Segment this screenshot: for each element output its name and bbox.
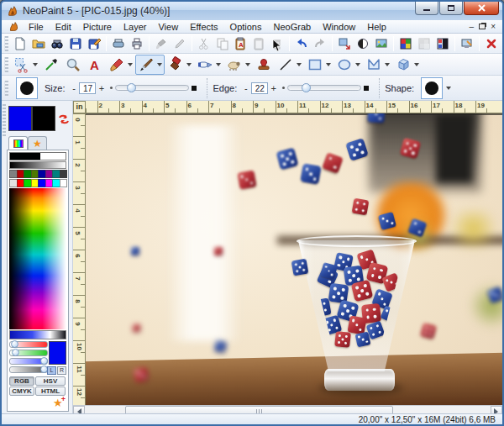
color-picker-tool[interactable]: [40, 55, 62, 75]
minimize-button[interactable]: [415, 2, 438, 15]
format-rgb-button[interactable]: RGB: [9, 376, 34, 386]
brightness-contrast-icon[interactable]: [354, 34, 372, 53]
tab-custom-colors[interactable]: ★: [28, 136, 47, 150]
fill-tube-tool[interactable]: [194, 55, 223, 75]
menu-window[interactable]: Window: [317, 21, 361, 33]
red-slider[interactable]: [9, 341, 48, 348]
size-slider[interactable]: [115, 85, 189, 91]
paint-brush-disabled-icon[interactable]: [152, 34, 171, 53]
palette-swatch[interactable]: [60, 179, 68, 187]
tab-palette[interactable]: [8, 136, 28, 150]
print-icon[interactable]: [128, 34, 146, 53]
red-slider-thumb[interactable]: [11, 340, 18, 348]
convert-24bit-disabled-icon[interactable]: [415, 34, 433, 53]
edge-increase-button[interactable]: +: [270, 83, 277, 93]
convert-8bit-icon[interactable]: [396, 34, 415, 53]
menu-layer[interactable]: Layer: [118, 21, 153, 33]
toolbar-grip[interactable]: [4, 36, 8, 51]
undo-icon[interactable]: [292, 34, 311, 53]
menu-options[interactable]: Options: [224, 21, 268, 33]
menu-effects[interactable]: Effects: [184, 21, 223, 33]
title-bar[interactable]: NeoPaint 5 - [PIC-015.jpg (40%)]: [2, 2, 502, 20]
left-button-color[interactable]: L: [47, 366, 56, 375]
edge-value[interactable]: 22: [251, 82, 268, 94]
fill-tube-dropdown[interactable]: [214, 56, 222, 73]
toolbar-grip[interactable]: [4, 57, 8, 72]
redo-disabled-icon[interactable]: [311, 34, 329, 53]
menu-file[interactable]: File: [23, 21, 50, 33]
airbrush-tool[interactable]: [106, 55, 135, 75]
toolbar-grip[interactable]: [4, 81, 8, 96]
stamp-tool[interactable]: [253, 55, 275, 75]
menu-help[interactable]: Help: [361, 21, 392, 33]
menu-neograb[interactable]: NeoGrab: [268, 21, 318, 33]
polygon-dropdown[interactable]: [383, 56, 391, 73]
green-slider[interactable]: [9, 350, 48, 356]
select-dropdown[interactable]: [31, 56, 39, 73]
wide-brush-dropdown[interactable]: [185, 56, 192, 73]
line-dropdown[interactable]: [295, 56, 302, 73]
shape-dropdown[interactable]: [444, 80, 452, 97]
panel-grip[interactable]: [3, 104, 6, 138]
pencil-disabled-icon[interactable]: [171, 34, 189, 53]
copy-disabled-icon[interactable]: [213, 34, 232, 53]
ellipse-tool[interactable]: [333, 55, 363, 75]
ellipse-dropdown[interactable]: [354, 56, 361, 73]
resize-image-icon[interactable]: [335, 34, 354, 53]
blue-slider[interactable]: [9, 358, 48, 365]
text-tool[interactable]: A: [84, 55, 106, 75]
size-value[interactable]: 17: [79, 82, 96, 94]
close-button[interactable]: [464, 2, 499, 15]
grayscale-band[interactable]: [9, 161, 66, 169]
shape-selector[interactable]: [421, 77, 443, 99]
menu-view[interactable]: View: [152, 21, 184, 33]
wallpaper-icon[interactable]: [372, 34, 391, 53]
luminance-bar[interactable]: [9, 330, 66, 339]
zoom-tool[interactable]: [62, 55, 84, 75]
browse-icon[interactable]: [48, 34, 66, 53]
rectangle-tool[interactable]: [304, 55, 333, 75]
palette-swatch[interactable]: [60, 170, 68, 178]
blue-slider-thumb[interactable]: [40, 357, 48, 365]
size-increase-button[interactable]: +: [97, 83, 105, 93]
format-hsv-button[interactable]: HSV: [35, 376, 66, 386]
open-file-icon[interactable]: [29, 34, 48, 53]
polygon-tool[interactable]: [363, 55, 392, 75]
black-swatch[interactable]: [10, 153, 40, 160]
size-slider-thumb[interactable]: [127, 83, 136, 92]
wide-brush-tool[interactable]: [165, 55, 194, 75]
mdi-restore-icon[interactable]: [479, 24, 486, 29]
mdi-minimize-icon[interactable]: –: [470, 22, 475, 31]
foreground-color-swatch[interactable]: [8, 106, 32, 131]
clone-tool[interactable]: [223, 55, 253, 75]
shape-3d-dropdown[interactable]: [412, 56, 420, 73]
right-button-color[interactable]: R: [57, 366, 66, 375]
maximize-button[interactable]: [439, 2, 463, 15]
delete-disabled-icon[interactable]: [268, 34, 286, 53]
convert-32bit-icon[interactable]: [433, 34, 452, 53]
alpha-slider[interactable]: [9, 366, 48, 373]
image-canvas[interactable]: [86, 113, 502, 405]
close-image-icon[interactable]: [482, 34, 501, 53]
edge-slider-thumb[interactable]: [302, 83, 311, 92]
cut-disabled-icon[interactable]: [195, 34, 213, 53]
rectangle-dropdown[interactable]: [324, 56, 332, 73]
paintbrush-tool[interactable]: [135, 55, 165, 75]
save-icon[interactable]: [66, 34, 85, 53]
new-file-icon[interactable]: [11, 34, 29, 53]
shape-3d-tool[interactable]: [392, 55, 422, 75]
save-as-icon[interactable]: [85, 34, 103, 53]
hue-lightness-gradient[interactable]: [9, 188, 66, 329]
swap-colors-icon[interactable]: [57, 113, 71, 126]
paste-text-icon[interactable]: A: [231, 34, 249, 53]
line-tool[interactable]: [275, 55, 304, 75]
green-slider-thumb[interactable]: [12, 349, 19, 356]
menu-picture[interactable]: Picture: [77, 21, 118, 33]
edge-slider[interactable]: [287, 85, 361, 91]
paintbrush-dropdown[interactable]: [155, 56, 163, 73]
white-swatch[interactable]: [40, 153, 66, 160]
mdi-close-icon[interactable]: ×: [491, 22, 496, 31]
add-custom-color-icon[interactable]: ★+: [53, 397, 67, 409]
size-decrease-button[interactable]: -: [70, 83, 77, 93]
background-color-swatch[interactable]: [32, 106, 55, 131]
